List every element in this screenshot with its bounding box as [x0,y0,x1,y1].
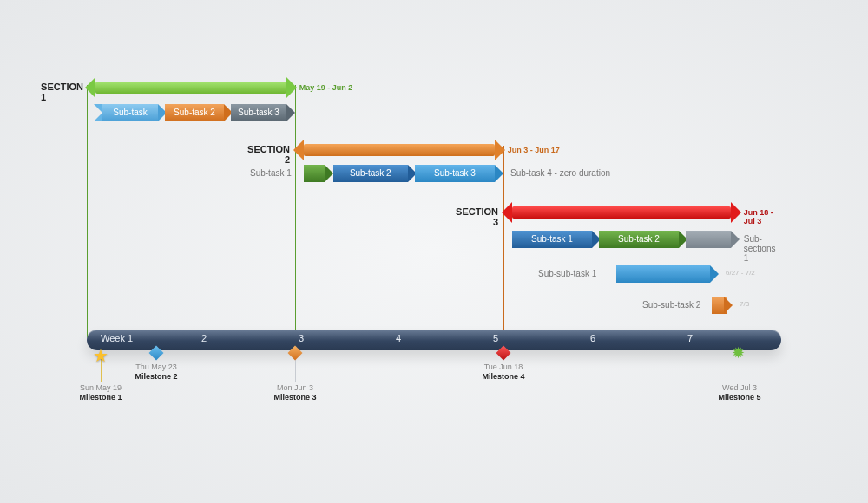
section2-label: SECTION 2 [247,144,290,165]
section1-end-line [295,85,296,338]
section3-task1: Sub-task 1 [503,231,601,248]
diamond-red-icon [496,345,511,361]
section1-task2: Sub-task 2 [156,104,233,121]
section3-task2: Sub-task 2 [590,231,687,248]
section3-task3-label: Sub-sections 1 [744,234,781,263]
diamond-icon [148,345,164,361]
week-3: 3 [299,333,304,343]
week-6: 6 [590,333,595,343]
section3-label: SECTION 3 [455,206,498,227]
m2-label: Thu May 23 Milestone 2 [117,363,195,381]
subsub2-label: Sub-sub-task 2 [642,300,700,310]
m5-label: Wed Jul 3 Milestone 5 [700,383,779,402]
diamond-orange-icon [287,345,303,361]
section1-bar [87,80,295,95]
subsub1-date: 6/27 - 7/2 [726,269,755,277]
week-timeband: Week 1 2 3 4 5 6 7 [87,330,781,350]
section1-date: May 19 - Jun 2 [299,83,353,92]
burst-icon: ✹ [732,343,747,359]
section2-bar [295,142,503,158]
section2-task1-label: Sub-task 1 [250,168,292,178]
subsub2-bar [712,297,733,314]
section2-task4-label: Sub-task 4 - zero duration [510,168,610,178]
m3-label: Mon Jun 3 Milestone 3 [256,383,334,402]
week-2: 2 [201,333,207,343]
section3-bar [503,205,740,220]
section1-start-line [87,85,88,338]
section2-task2: Sub-task 2 [325,165,417,182]
section3-task3 [677,231,740,248]
star-icon: ★ [93,345,108,361]
subsub1-label: Sub-sub-task 1 [538,269,596,278]
subsub1-bar [608,265,719,283]
gantt-chart: SECTION 1 May 19 - Jun 2 Sub-task Sub-ta… [87,78,781,442]
subsub2-date: 7/3 [740,300,749,308]
week-1: Week 1 [101,333,133,343]
section2-task3: Sub-task 3 [406,165,503,182]
section1-task3: Sub-task 3 [222,104,295,121]
week-5: 5 [493,333,498,343]
week-4: 4 [396,333,401,343]
week-7: 7 [687,333,693,343]
m4-label: Tue Jun 18 Milestone 4 [464,363,542,381]
section2-date: Jun 3 - Jun 17 [508,146,560,154]
m1-label: Sun May 19 Milestone 1 [62,383,140,402]
section1-label: SECTION 1 [41,82,83,102]
section3-date: Jun 18 - Jul 3 [744,208,781,225]
